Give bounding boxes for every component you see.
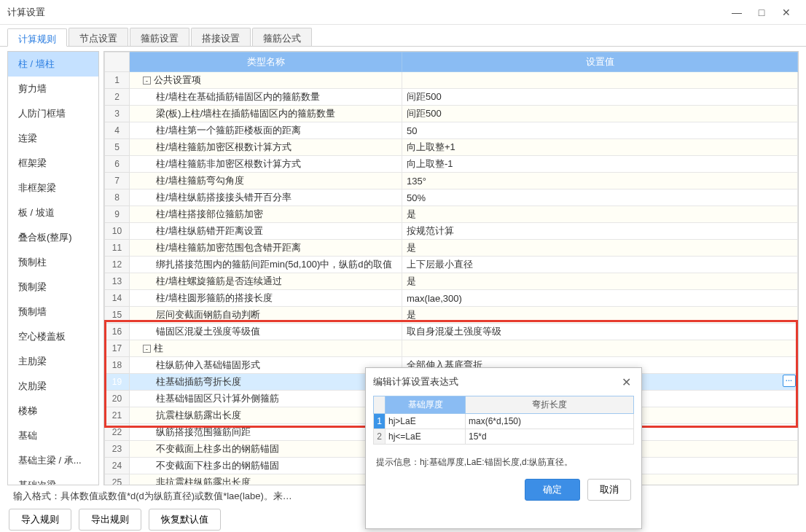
- maximize-button[interactable]: □: [749, 2, 774, 23]
- table-row[interactable]: 8柱/墙柱纵筋搭接接头错开百分率50%: [105, 189, 798, 206]
- table-row[interactable]: 15层间变截面钢筋自动判断是: [105, 307, 798, 324]
- tab-lap-setting[interactable]: 搭接设置: [191, 28, 251, 46]
- sidebar-item[interactable]: 空心楼盖板: [8, 324, 98, 349]
- cell-value[interactable]: 向上取整-1: [402, 156, 798, 173]
- more-icon[interactable]: •••: [783, 375, 796, 387]
- tab-stirrup-formula[interactable]: 箍筋公式: [252, 28, 312, 46]
- tab-calc-rules[interactable]: 计算规则: [7, 28, 67, 47]
- cell-value[interactable]: 50: [402, 122, 798, 139]
- collapse-icon[interactable]: -: [143, 77, 151, 85]
- cell-value[interactable]: [402, 340, 798, 357]
- expr-cell-condition[interactable]: hj>LaE: [386, 414, 466, 429]
- header-name: 类型名称: [130, 52, 402, 72]
- table-row[interactable]: 9柱/墙柱搭接部位箍筋加密是: [105, 206, 798, 223]
- export-rules-button[interactable]: 导出规则: [79, 509, 141, 531]
- modal-close-icon[interactable]: ✕: [618, 374, 634, 390]
- cell-name: 柱/墙柱螺旋箍筋是否连续通过: [130, 273, 402, 290]
- sidebar-item[interactable]: 板 / 坡道: [8, 200, 98, 225]
- cell-name: 柱/墙柱在基础插筋锚固区内的箍筋数量: [130, 89, 402, 106]
- row-number: 5: [105, 139, 130, 156]
- sidebar-item[interactable]: 人防门框墙: [8, 101, 98, 126]
- expr-row[interactable]: 1hj>LaEmax(6*d,150): [374, 414, 634, 429]
- sidebar-item[interactable]: 次肋梁: [8, 374, 98, 399]
- table-row[interactable]: 14柱/墙柱圆形箍筋的搭接长度max(lae,300): [105, 290, 798, 307]
- table-row[interactable]: 16锚固区混凝土强度等级值取自身混凝土强度等级: [105, 324, 798, 340]
- row-number: 13: [105, 273, 130, 290]
- sidebar-item[interactable]: 叠合板(整厚): [8, 225, 98, 250]
- expr-cell-condition[interactable]: hj<=LaE: [386, 429, 466, 445]
- cell-value[interactable]: max(lae,300): [402, 290, 798, 307]
- cell-value[interactable]: 间距500: [402, 89, 798, 106]
- row-number: 12: [105, 257, 130, 273]
- table-row[interactable]: 7柱/墙柱箍筋弯勾角度135°: [105, 173, 798, 189]
- cell-name: 柱/墙柱第一个箍筋距楼板面的距离: [130, 122, 402, 139]
- cell-value[interactable]: 50%: [402, 189, 798, 206]
- modal-ok-button[interactable]: 确定: [525, 479, 580, 501]
- sidebar: 柱 / 墙柱剪力墙人防门框墙连梁框架梁非框架梁板 / 坡道叠合板(整厚)预制柱预…: [7, 51, 99, 485]
- sidebar-item[interactable]: 柱 / 墙柱: [8, 52, 98, 77]
- tab-stirrup-setting[interactable]: 箍筋设置: [130, 28, 189, 46]
- import-rules-button[interactable]: 导入规则: [9, 509, 71, 531]
- cell-value[interactable]: 是: [402, 273, 798, 290]
- modal-title: 编辑计算设置表达式: [373, 375, 618, 388]
- sidebar-item[interactable]: 预制梁: [8, 275, 98, 300]
- row-number: 14: [105, 290, 130, 307]
- modal-cancel-button[interactable]: 取消: [587, 479, 631, 501]
- cell-name: 柱纵筋伸入基础锚固形式: [130, 357, 402, 374]
- cell-value[interactable]: 是: [402, 240, 798, 257]
- cell-value[interactable]: 是: [402, 307, 798, 324]
- row-number: 9: [105, 206, 130, 223]
- expr-cell-value[interactable]: max(6*d,150): [466, 414, 634, 429]
- cell-name: 柱/墙柱箍筋加密区根数计算方式: [130, 139, 402, 156]
- cell-value[interactable]: 是: [402, 206, 798, 223]
- cell-name: 柱/墙柱纵筋搭接接头错开百分率: [130, 189, 402, 206]
- sidebar-item[interactable]: 主肋梁: [8, 349, 98, 374]
- row-number: 19: [105, 374, 130, 391]
- collapse-icon[interactable]: -: [143, 345, 151, 353]
- reset-default-button[interactable]: 恢复默认值: [149, 509, 221, 531]
- cell-value[interactable]: 间距500: [402, 106, 798, 122]
- sidebar-item[interactable]: 基础: [8, 423, 98, 448]
- table-row[interactable]: 10柱/墙柱纵筋错开距离设置按规范计算: [105, 223, 798, 240]
- cell-value[interactable]: 上下层最小直径: [402, 257, 798, 273]
- minimize-button[interactable]: —: [724, 2, 749, 23]
- row-number: 23: [105, 441, 130, 458]
- cell-value[interactable]: 取自身混凝土强度等级: [402, 324, 798, 340]
- sidebar-item[interactable]: 框架梁: [8, 151, 98, 176]
- sidebar-item[interactable]: 基础主梁 / 承...: [8, 448, 98, 473]
- table-row[interactable]: 13柱/墙柱螺旋箍筋是否连续通过是: [105, 273, 798, 290]
- table-row[interactable]: 2柱/墙柱在基础插筋锚固区内的箍筋数量间距500: [105, 89, 798, 106]
- table-row[interactable]: 1-公共设置项: [105, 72, 798, 89]
- sidebar-item[interactable]: 剪力墙: [8, 77, 98, 101]
- table-row[interactable]: 3梁(板)上柱/墙柱在插筋锚固区内的箍筋数量间距500: [105, 106, 798, 122]
- expr-header-bendlen[interactable]: 弯折长度: [466, 396, 634, 414]
- cell-value[interactable]: 135°: [402, 173, 798, 189]
- sidebar-item[interactable]: 连梁: [8, 126, 98, 151]
- table-row[interactable]: 6柱/墙柱箍筋非加密区根数计算方式向上取整-1: [105, 156, 798, 173]
- window-title: 计算设置: [7, 6, 724, 19]
- sidebar-item[interactable]: 楼梯: [8, 399, 98, 423]
- cell-value[interactable]: 向上取整+1: [402, 139, 798, 156]
- sidebar-item[interactable]: 预制墙: [8, 300, 98, 324]
- sidebar-item[interactable]: 预制柱: [8, 250, 98, 275]
- cell-name: 柱/墙柱纵筋错开距离设置: [130, 223, 402, 240]
- table-row[interactable]: 5柱/墙柱箍筋加密区根数计算方式向上取整+1: [105, 139, 798, 156]
- tab-node-setting[interactable]: 节点设置: [69, 28, 128, 46]
- sidebar-item[interactable]: 基础次梁: [8, 473, 98, 485]
- cell-name: 柱/墙柱圆形箍筋的搭接长度: [130, 290, 402, 307]
- table-row[interactable]: 4柱/墙柱第一个箍筋距楼板面的距离50: [105, 122, 798, 139]
- expr-row[interactable]: 2hj<=LaE15*d: [374, 429, 634, 445]
- cell-value[interactable]: [402, 72, 798, 89]
- expr-cell-value[interactable]: 15*d: [466, 429, 634, 445]
- sidebar-item[interactable]: 非框架梁: [8, 176, 98, 200]
- cell-name: 柱/墙柱箍筋弯勾角度: [130, 173, 402, 189]
- table-row[interactable]: 11柱/墙柱箍筋加密范围包含错开距离是: [105, 240, 798, 257]
- table-row[interactable]: 17-柱: [105, 340, 798, 357]
- cell-name: -柱: [130, 340, 402, 357]
- row-number: 21: [105, 407, 130, 424]
- cell-value[interactable]: 按规范计算: [402, 223, 798, 240]
- close-button[interactable]: ✕: [774, 2, 799, 23]
- table-row[interactable]: 12绑扎搭接范围内的箍筋间距min(5d,100)中，纵筋d的取值上下层最小直径: [105, 257, 798, 273]
- cell-name: 柱/墙柱搭接部位箍筋加密: [130, 206, 402, 223]
- expr-header-thickness[interactable]: 基础厚度: [386, 396, 466, 414]
